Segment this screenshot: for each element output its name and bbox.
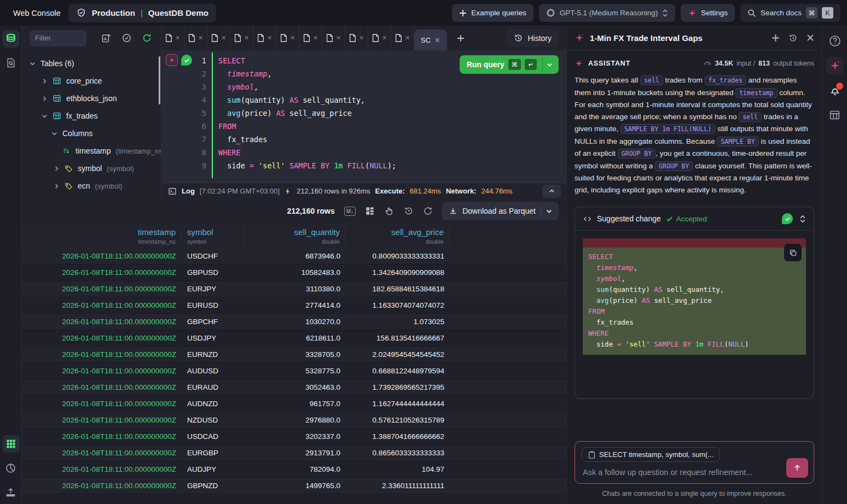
query-tab[interactable]: ✕ xyxy=(184,26,207,50)
tree-table-core-price[interactable]: core_price xyxy=(22,72,161,90)
tree-table-ethblocks-json[interactable]: ethblocks_json xyxy=(22,90,161,107)
chat-input[interactable]: Ask a follow up question or request refi… xyxy=(582,468,807,477)
copy-markdown-button[interactable]: M↓ xyxy=(344,207,356,216)
check-icon xyxy=(666,215,673,222)
query-tab[interactable]: ✕ xyxy=(276,26,299,50)
refresh-tables-icon[interactable] xyxy=(142,33,152,43)
history-button[interactable]: History xyxy=(507,29,559,47)
chat-history-button[interactable] xyxy=(788,33,798,43)
close-panel-button[interactable] xyxy=(807,34,814,42)
close-tab-icon[interactable]: ✕ xyxy=(405,34,410,42)
query-tab[interactable]: ✕ xyxy=(322,26,345,50)
query-tab[interactable]: ✕ xyxy=(230,26,253,50)
assistant-rail-button[interactable] xyxy=(826,57,844,74)
applied-change-icon[interactable] xyxy=(782,213,793,224)
symbol-cell: EURJPY xyxy=(182,285,244,293)
run-query-button[interactable]: Run query ⌘ ↵ xyxy=(460,55,559,74)
table-row[interactable]: 2026-01-08T18:11:00.000000000Z USDJPY 62… xyxy=(22,330,566,347)
table-row[interactable]: 2026-01-08T18:11:00.000000000Z NZDUSD 29… xyxy=(22,412,566,429)
settings-button[interactable]: Settings xyxy=(681,4,735,22)
close-tab-icon[interactable]: ✕ xyxy=(175,34,180,42)
send-button[interactable] xyxy=(786,458,808,478)
query-tab[interactable]: ✕ xyxy=(253,26,276,50)
close-tab-icon[interactable]: ✕ xyxy=(313,34,318,42)
collapse-log-button[interactable] xyxy=(542,185,561,198)
table-row[interactable]: 2026-01-08T18:11:00.000000000Z EURNZD 33… xyxy=(22,347,566,363)
column-header-timestamp[interactable]: timestamp timestamp_ns xyxy=(26,227,182,245)
query-context-chip[interactable]: SELECT timestamp, symbol, sum(... xyxy=(582,447,720,462)
search-docs[interactable]: Search docs ⌘ K xyxy=(740,4,840,22)
copy-code-button[interactable] xyxy=(784,244,802,261)
query-history-refresh-button[interactable] xyxy=(404,206,414,216)
close-tab-icon[interactable]: ✕ xyxy=(267,34,272,42)
file-search-button[interactable] xyxy=(2,54,20,72)
help-button[interactable] xyxy=(826,32,844,50)
table-row[interactable]: 2026-01-08T18:11:00.000000000Z EURUSD 27… xyxy=(22,297,566,314)
download-parquet-button[interactable]: Download as Parquet xyxy=(442,202,559,220)
table-row[interactable]: 2026-01-08T18:11:00.000000000Z GBPCHF 10… xyxy=(22,314,566,330)
query-tab[interactable]: ✕ xyxy=(299,26,322,50)
table-row[interactable]: 2026-01-08T18:11:00.000000000Z GBPNZD 14… xyxy=(22,478,566,494)
query-tab[interactable]: ✕ xyxy=(345,26,368,50)
active-query-tab[interactable]: SC ✕ xyxy=(414,30,447,50)
grid-layout-button[interactable] xyxy=(365,206,375,216)
tables-panel-button[interactable] xyxy=(2,30,20,48)
refresh-results-button[interactable] xyxy=(423,206,433,216)
tree-column-trade-id[interactable]: 123 trade_id (uuid) xyxy=(22,195,161,199)
close-tab-icon[interactable]: ✕ xyxy=(336,34,341,42)
table-row[interactable]: 2026-01-08T18:11:00.000000000Z EURAUD 30… xyxy=(22,379,566,396)
new-tab-button[interactable] xyxy=(457,34,465,42)
filter-input[interactable] xyxy=(30,30,86,46)
table-row[interactable]: 2026-01-08T18:11:00.000000000Z GBPUSD 10… xyxy=(22,265,566,281)
instance-badge[interactable]: Production | QuestDB Demo xyxy=(68,4,216,22)
chat-messages[interactable]: ASSISTANT 34.5K input / 813 output token… xyxy=(567,50,822,436)
table-row[interactable]: 2026-01-08T18:11:00.000000000Z EURGBP 29… xyxy=(22,445,566,461)
tree-column-symbol[interactable]: symbol (symbol) xyxy=(22,160,161,177)
explain-query-button[interactable] xyxy=(384,206,395,216)
diff-added-code[interactable]: SELECT timestamp, symbol, sum(quantity) … xyxy=(583,248,806,355)
tree-column-timestamp[interactable]: timestamp (timestamp_ns) xyxy=(22,142,161,160)
notifications-button[interactable] xyxy=(826,81,844,99)
chat-input-card[interactable]: SELECT timestamp, symbol, sum(... Ask a … xyxy=(575,441,814,484)
tree-columns-group[interactable]: Columns xyxy=(22,125,161,142)
model-selector[interactable]: GPT-5.1 (Medium Reasoning) xyxy=(539,4,675,22)
table-row[interactable]: 2026-01-08T18:11:00.000000000Z AUDUSD 53… xyxy=(22,363,566,379)
query-tab[interactable]: ✕ xyxy=(207,26,230,50)
import-button[interactable] xyxy=(2,483,20,501)
column-header-sell-quantity[interactable]: sell_quantity double xyxy=(244,227,346,245)
grid-view-button[interactable] xyxy=(2,435,20,453)
close-tab-icon[interactable]: ✕ xyxy=(221,34,226,42)
close-tab-icon[interactable]: ✕ xyxy=(198,34,203,42)
close-tab-icon[interactable]: ✕ xyxy=(290,34,295,42)
new-chat-button[interactable] xyxy=(771,34,780,42)
sidebar-scrollbar[interactable] xyxy=(159,56,160,104)
table-row[interactable]: 2026-01-08T18:11:00.000000000Z AUDJPY 78… xyxy=(22,461,566,478)
tree-table-fx-trades[interactable]: fx_trades xyxy=(22,107,161,125)
sql-editor[interactable]: 123456789 SELECT timestamp, symbol, sum(… xyxy=(161,50,566,183)
accepted-change-icon[interactable] xyxy=(181,55,192,66)
tree-column-ecn[interactable]: ecn (symbol) xyxy=(22,177,161,195)
query-tab[interactable]: ✕ xyxy=(161,26,184,50)
tree-root-tables[interactable]: Tables (6) xyxy=(22,55,161,72)
ai-sparkle-button[interactable] xyxy=(166,54,178,66)
token-usage: 34.5K input / 813 output tokens xyxy=(703,59,814,68)
query-tab[interactable]: ✕ xyxy=(391,26,414,50)
close-tab-icon[interactable]: ✕ xyxy=(359,34,364,42)
close-tab-icon[interactable]: ✕ xyxy=(382,34,387,42)
chart-view-button[interactable] xyxy=(2,459,20,477)
column-header-sell-avg-price[interactable]: sell_avg_price double xyxy=(346,227,450,245)
column-header-symbol[interactable]: symbol symbol xyxy=(182,227,244,245)
example-queries-button[interactable]: Example queries xyxy=(452,4,533,22)
close-tab-icon[interactable]: ✕ xyxy=(244,34,249,42)
schema-panel-button[interactable] xyxy=(826,106,844,124)
run-options-chevron[interactable] xyxy=(542,57,556,72)
close-tab-icon[interactable]: ✕ xyxy=(434,36,440,44)
table-row[interactable]: 2026-01-08T18:11:00.000000000Z AUDNZD 96… xyxy=(22,396,566,412)
collapse-chevrons-icon[interactable] xyxy=(799,214,806,224)
table-row[interactable]: 2026-01-08T18:11:00.000000000Z USDCHF 68… xyxy=(22,248,566,265)
table-row[interactable]: 2026-01-08T18:11:00.000000000Z USDCAD 32… xyxy=(22,429,566,445)
check-circle-icon[interactable] xyxy=(121,33,132,43)
table-row[interactable]: 2026-01-08T18:11:00.000000000Z EURJPY 31… xyxy=(22,281,566,297)
add-matview-icon[interactable] xyxy=(101,33,112,43)
query-tab[interactable]: ✕ xyxy=(368,26,391,50)
